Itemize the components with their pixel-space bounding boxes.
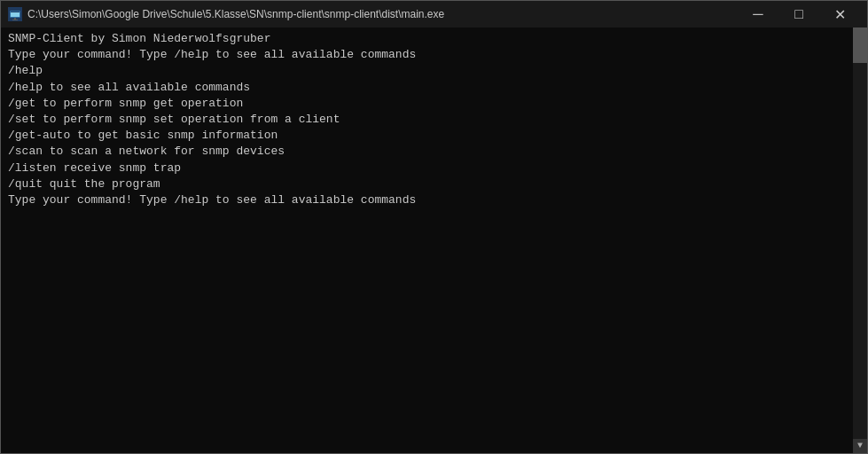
console-line: Type your command! Type /help to see all… xyxy=(8,192,860,208)
maximize-button[interactable]: □ xyxy=(778,1,819,27)
close-button[interactable]: ✕ xyxy=(819,1,860,27)
svg-rect-3 xyxy=(11,12,20,12)
console-line: /help xyxy=(8,63,860,79)
console-line: /help to see all available commands xyxy=(8,80,860,96)
title-path: C:\Users\Simon\Google Drive\Schule\5.Kla… xyxy=(27,8,444,20)
window-controls: ─ □ ✕ xyxy=(738,1,860,27)
console-line: SNMP-Client by Simon Niederwolfsgruber xyxy=(8,31,860,47)
scrollbar[interactable]: ▲ ▼ xyxy=(853,27,867,453)
console-lines-container: SNMP-Client by Simon NiederwolfsgruberTy… xyxy=(8,31,860,208)
console-line: /listen receive snmp trap xyxy=(8,160,860,176)
title-bar: C:\Users\Simon\Google Drive\Schule\5.Kla… xyxy=(1,1,867,27)
console-line: /scan to scan a network for snmp devices xyxy=(8,144,860,160)
console-line: /quit quit the program xyxy=(8,176,860,192)
console-line: /get-auto to get basic snmp information xyxy=(8,128,860,144)
console-output: SNMP-Client by Simon NiederwolfsgruberTy… xyxy=(1,27,867,453)
console-line: Type your command! Type /help to see all… xyxy=(8,47,860,63)
scrollbar-thumb[interactable] xyxy=(853,27,867,63)
title-bar-left: C:\Users\Simon\Google Drive\Schule\5.Kla… xyxy=(8,7,444,21)
minimize-button[interactable]: ─ xyxy=(738,1,778,27)
console-line: /set to perform snmp set operation from … xyxy=(8,112,860,128)
scroll-down-arrow[interactable]: ▼ xyxy=(853,439,867,453)
svg-rect-4 xyxy=(14,18,16,20)
svg-rect-5 xyxy=(12,20,18,20)
console-line: /get to perform snmp get operation xyxy=(8,96,860,112)
app-icon xyxy=(8,7,22,21)
main-window: C:\Users\Simon\Google Drive\Schule\5.Kla… xyxy=(0,0,868,454)
